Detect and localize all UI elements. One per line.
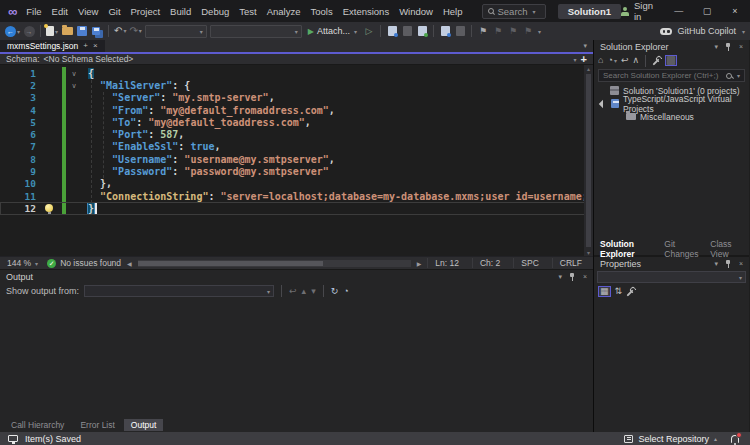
expander-icon[interactable] xyxy=(599,99,607,107)
code-line-1[interactable]: 1∨{ xyxy=(0,67,593,79)
spaces-indicator[interactable]: SPC xyxy=(513,258,545,268)
document-health-indicator[interactable]: ✓ No issues found xyxy=(47,258,121,268)
scrollbar-thumb[interactable] xyxy=(138,261,324,266)
code-line-9[interactable]: 9 "Password": "password@my.smtpserver" xyxy=(0,165,593,177)
output-source-combobox[interactable]: ▾ xyxy=(84,285,274,297)
step-over-button[interactable] xyxy=(416,24,428,38)
pending-changes-filter-button[interactable]: ◔▾ xyxy=(607,56,616,65)
search-box[interactable]: Search ▾ xyxy=(482,4,546,19)
tab-solution-explorer[interactable]: Solution Explorer xyxy=(600,239,655,259)
eol-indicator[interactable]: CRLF xyxy=(552,258,589,268)
code-line-4[interactable]: 4 "From": "my@default_fromaddress.com", xyxy=(0,104,593,116)
menu-tools[interactable]: Tools xyxy=(305,6,337,17)
zoom-combobox[interactable]: 144 % ▾ xyxy=(4,258,41,268)
search-input[interactable] xyxy=(603,71,722,80)
window-position-icon[interactable]: ▾ xyxy=(714,260,718,268)
solution-explorer-search[interactable]: ▾ xyxy=(598,69,745,82)
code-line-3[interactable]: 3 "Server": "my.smtp-server", xyxy=(0,92,593,104)
new-file-button[interactable]: ▾ xyxy=(46,24,58,38)
tab-mxmssettings-json[interactable]: mxmsSettings.json + × xyxy=(0,40,105,52)
show-all-files-button[interactable] xyxy=(665,55,677,66)
close-button[interactable]: × xyxy=(726,6,744,16)
collapse-all-button[interactable]: ∧ xyxy=(632,56,639,65)
show-thread-button[interactable] xyxy=(401,24,413,38)
code-line-6[interactable]: 6 "Port": 587, xyxy=(0,128,593,140)
menu-extensions[interactable]: Extensions xyxy=(338,6,394,17)
tab-class-view[interactable]: Class View xyxy=(710,239,743,259)
goto-message-button[interactable]: ↩ xyxy=(289,287,297,296)
pin-icon[interactable]: + xyxy=(83,42,88,50)
horizontal-scrollbar[interactable] xyxy=(138,260,411,267)
solution-badge[interactable]: Solution1 xyxy=(558,4,621,19)
menu-git[interactable]: Git xyxy=(103,6,125,17)
window-position-icon[interactable]: ▾ xyxy=(558,273,562,281)
restore-button[interactable]: ▢ xyxy=(698,6,716,16)
properties-button[interactable] xyxy=(652,56,661,65)
tab-error-list[interactable]: Error List xyxy=(73,419,121,431)
line-indicator[interactable]: Ln: 12 xyxy=(427,258,466,268)
toggle-bookmark-button[interactable]: ⚑ xyxy=(477,24,489,38)
code-line-11[interactable]: 11 "ConnectionString": "server=localhost… xyxy=(0,190,593,202)
properties-grid[interactable] xyxy=(594,299,749,432)
output-content[interactable] xyxy=(0,299,593,418)
clear-all-button[interactable]: ↻ xyxy=(331,287,339,296)
minimize-button[interactable]: — xyxy=(670,6,688,16)
notifications-bell-icon[interactable] xyxy=(731,435,739,443)
close-icon[interactable]: × xyxy=(583,273,587,280)
tree-item-miscellaneous[interactable]: Miscellaneous xyxy=(594,110,749,123)
window-position-icon[interactable]: ▾ xyxy=(714,43,718,51)
pin-icon[interactable] xyxy=(725,43,732,51)
scroll-right-icon[interactable]: ▶ xyxy=(417,260,422,267)
goto-previous-message-button[interactable]: ▴ xyxy=(302,287,307,296)
comment-selection-button[interactable] xyxy=(454,24,466,38)
tab-call-hierarchy[interactable]: Call Hierarchy xyxy=(4,419,71,431)
sync-with-active-document-button[interactable]: ↩ xyxy=(621,56,629,65)
split-editor-icon[interactable]: + xyxy=(581,54,587,65)
close-icon[interactable]: × xyxy=(739,43,743,50)
code-line-5[interactable]: 5 "To": "my@default_toaddress.com", xyxy=(0,116,593,128)
platform-combobox[interactable]: ▾ xyxy=(210,25,302,38)
menu-file[interactable]: File xyxy=(21,6,46,17)
pin-icon[interactable] xyxy=(725,260,732,268)
menu-view[interactable]: View xyxy=(73,6,103,17)
categorized-button[interactable]: ▦ xyxy=(598,286,611,297)
menu-analyze[interactable]: Analyze xyxy=(262,6,306,17)
properties-object-combobox[interactable]: ▾ xyxy=(597,271,746,283)
menu-window[interactable]: Window xyxy=(394,6,438,17)
github-copilot-button[interactable]: GitHub Copilot ▾ xyxy=(660,26,745,36)
schema-dropdown-icon[interactable]: ▾ xyxy=(574,56,577,63)
navigate-backward-button[interactable]: ←▾ xyxy=(5,24,20,38)
undo-button[interactable]: ↶▾ xyxy=(114,24,126,38)
select-repository-button[interactable]: Select Repository ▴ xyxy=(624,434,717,444)
pin-icon[interactable] xyxy=(569,273,576,281)
save-all-button[interactable] xyxy=(91,24,103,38)
code-line-7[interactable]: 7 "EnableSsl": true, xyxy=(0,141,593,153)
lightbulb-icon[interactable] xyxy=(45,204,53,212)
menu-build[interactable]: Build xyxy=(165,6,196,17)
schema-combobox[interactable]: <No Schema Selected> xyxy=(44,54,134,64)
column-indicator[interactable]: Ch: 2 xyxy=(472,258,507,268)
open-documents-dropdown-icon[interactable]: ▾ xyxy=(583,42,587,50)
scrollbar-thumb[interactable] xyxy=(586,74,591,247)
alphabetical-button[interactable]: ⇅ xyxy=(615,287,623,296)
code-line-8[interactable]: 8 "Username": "username@my.smtpserver", xyxy=(0,153,593,165)
vertical-scrollbar[interactable]: ▴ ▾ xyxy=(584,65,593,256)
start-without-debugging-button[interactable]: ▷ xyxy=(363,24,375,38)
close-icon[interactable]: × xyxy=(739,260,743,267)
menu-help[interactable]: Help xyxy=(438,6,468,17)
format-document-button[interactable] xyxy=(439,24,451,38)
sign-in-button[interactable]: Sign in xyxy=(621,0,660,22)
attach-button[interactable]: ▶ Attach... ▾ xyxy=(305,26,360,36)
configuration-combobox[interactable]: ▾ xyxy=(145,25,207,38)
code-line-10[interactable]: 10 }, xyxy=(0,178,593,190)
menu-debug[interactable]: Debug xyxy=(196,6,234,17)
navigate-forward-button[interactable]: → xyxy=(23,24,35,38)
previous-bookmark-button[interactable]: ⚑ xyxy=(492,24,504,38)
timestamp-button[interactable]: ◔ xyxy=(343,287,348,296)
feedback-icon[interactable] xyxy=(8,435,18,442)
tab-git-changes[interactable]: Git Changes xyxy=(664,239,701,259)
menu-project[interactable]: Project xyxy=(126,6,166,17)
clear-bookmarks-button[interactable]: ⚑ xyxy=(522,24,534,38)
scroll-down-icon[interactable]: ▾ xyxy=(587,249,590,256)
open-file-button[interactable] xyxy=(61,24,73,38)
